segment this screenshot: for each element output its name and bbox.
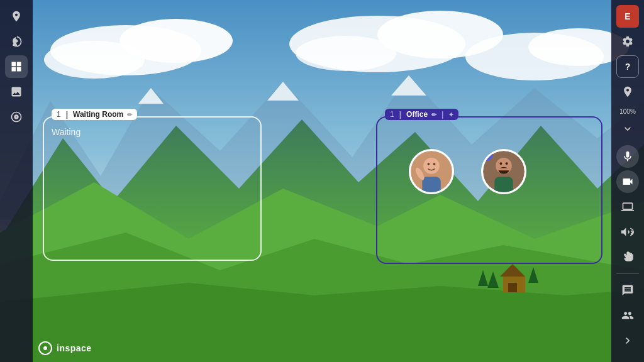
location-right-icon[interactable] <box>616 80 639 103</box>
target-icon[interactable] <box>5 106 28 128</box>
office-room-label[interactable]: 1 | Office ✏ | ✦ <box>385 109 458 120</box>
hand-raise-icon[interactable] <box>616 246 639 268</box>
office-room-frame: 1 | Office ✏ | ✦ <box>376 116 602 264</box>
microphone-icon[interactable] <box>616 145 639 168</box>
inspace-logo-icon <box>38 341 53 356</box>
help-icon[interactable]: ? <box>616 55 639 78</box>
office-room-name: Office <box>406 110 428 119</box>
waiting-room-name: Waiting Room <box>73 110 123 119</box>
settings-icon[interactable] <box>616 30 639 53</box>
people-icon[interactable] <box>616 304 639 327</box>
broadcast-icon[interactable] <box>616 221 639 243</box>
svg-rect-19 <box>508 283 517 292</box>
profile-letter: E <box>625 11 630 21</box>
chat-icon[interactable] <box>616 279 639 302</box>
user-profile-icon[interactable]: E <box>616 5 639 28</box>
help-symbol: ? <box>625 62 631 72</box>
svg-rect-34 <box>499 168 509 171</box>
svg-rect-27 <box>422 177 440 192</box>
waiting-room-label[interactable]: 1 | Waiting Room ✏ <box>52 109 137 120</box>
svg-point-6 <box>296 36 396 71</box>
app-name: inspace <box>57 343 92 353</box>
image-icon[interactable] <box>5 80 28 103</box>
waiting-room-frame: 1 | Waiting Room ✏ Waiting <box>43 116 262 261</box>
separator <box>616 273 639 274</box>
svg-point-37 <box>43 346 47 350</box>
svg-point-32 <box>506 162 508 165</box>
lightning-mic-icon[interactable] <box>5 30 28 53</box>
waiting-room-number: 1 <box>57 110 61 119</box>
svg-rect-35 <box>494 177 513 192</box>
office-room-expand-icon[interactable]: ✦ <box>448 111 453 118</box>
zoom-value: 100% <box>619 108 636 115</box>
chevron-right-icon[interactable] <box>616 329 639 352</box>
waiting-room-edit-icon[interactable]: ✏ <box>127 111 132 118</box>
waiting-status-text: Waiting <box>52 127 80 137</box>
office-room-edit-icon[interactable]: ✏ <box>431 111 436 118</box>
avatar-user1[interactable] <box>409 149 454 194</box>
svg-point-3 <box>44 41 145 79</box>
chevron-down-icon[interactable] <box>616 118 639 140</box>
zoom-control[interactable]: 100% <box>619 108 636 115</box>
svg-point-25 <box>428 163 430 165</box>
left-sidebar <box>0 0 33 362</box>
svg-point-31 <box>500 162 502 165</box>
avatar-user2[interactable]: ★ <box>481 149 526 194</box>
inspace-logo: inspace <box>38 341 92 356</box>
svg-point-26 <box>433 163 436 165</box>
grid-icon[interactable] <box>5 55 28 78</box>
screen-share-icon[interactable] <box>616 195 639 218</box>
office-room-number: 1 <box>390 110 394 119</box>
svg-point-24 <box>423 158 440 174</box>
location-pin-icon[interactable] <box>5 5 28 28</box>
right-sidebar: E ? 100% <box>611 0 644 362</box>
camera-icon[interactable] <box>616 170 639 193</box>
